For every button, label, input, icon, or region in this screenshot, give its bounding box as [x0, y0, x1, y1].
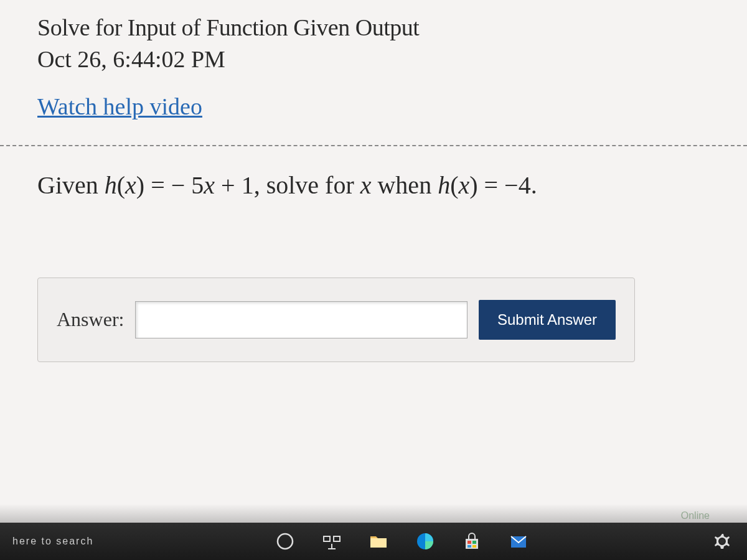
when-text: when	[371, 171, 438, 199]
section-divider	[0, 145, 747, 146]
var-3: x	[360, 171, 372, 199]
svg-rect-9	[472, 545, 476, 548]
store-icon[interactable]	[459, 529, 484, 554]
svg-rect-7	[472, 541, 476, 544]
settings-icon[interactable]	[710, 529, 735, 554]
svg-rect-2	[334, 536, 340, 541]
task-view-icon[interactable]	[319, 529, 344, 554]
answer-input[interactable]	[135, 301, 467, 338]
value: = −4.	[478, 171, 537, 199]
page-timestamp: Oct 26, 6:44:02 PM	[37, 44, 710, 75]
help-video-link[interactable]: Watch help video	[37, 93, 202, 120]
answer-box: Answer: Submit Answer	[37, 278, 635, 362]
func-name-2: h	[438, 171, 450, 199]
bottom-shadow	[0, 504, 747, 523]
svg-point-0	[278, 534, 293, 549]
answer-label: Answer:	[57, 308, 124, 331]
svg-point-11	[720, 539, 725, 544]
windows-taskbar: here to search	[0, 523, 747, 560]
svg-rect-1	[324, 536, 330, 541]
svg-rect-8	[467, 545, 471, 548]
solve-text: , solve for	[254, 171, 360, 199]
edge-icon[interactable]	[413, 529, 438, 554]
problem-statement: Given h(x) = − 5x + 1, solve for x when …	[37, 168, 710, 203]
func-name-1: h	[105, 171, 117, 199]
svg-rect-6	[467, 541, 471, 544]
var-2: x	[204, 171, 215, 199]
var-1: x	[125, 171, 136, 199]
cortana-icon[interactable]	[273, 529, 298, 554]
file-explorer-icon[interactable]	[366, 529, 391, 554]
search-text-partial[interactable]: here to search	[12, 536, 93, 547]
submit-button[interactable]: Submit Answer	[479, 300, 616, 340]
problem-prefix: Given	[37, 171, 105, 199]
plus-one: + 1	[215, 171, 254, 199]
var-4: x	[458, 171, 469, 199]
page-title: Solve for Input of Function Given Output	[37, 12, 710, 43]
rhs-coef: − 5	[171, 171, 204, 199]
mail-icon[interactable]	[506, 529, 531, 554]
